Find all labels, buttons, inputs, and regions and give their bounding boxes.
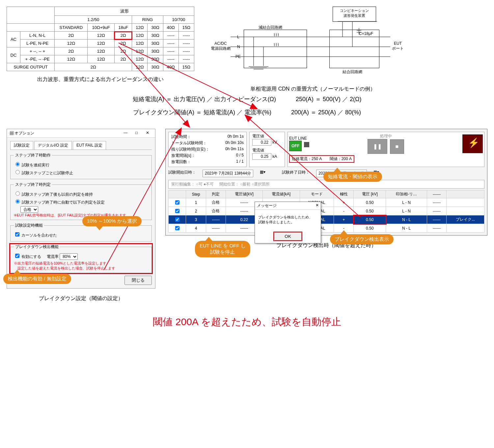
processing-label: 処理中 [313, 133, 459, 139]
tab-test-settings[interactable]: 試験設定 [10, 141, 33, 150]
eut-line-title: EUT LINE [289, 136, 309, 141]
options-caption: ブレイクダウン設定（閾値の設定） [7, 295, 155, 302]
minimize-icon[interactable]: — [121, 130, 130, 135]
message-dialog: メッセージ ✕ ブレイクダウンを検出したため、 試験を停止しました。 OK [255, 202, 321, 243]
msg-ok-button[interactable]: OK [274, 232, 301, 240]
current-value: 0.25 [252, 153, 271, 160]
radio-stop-each[interactable] [15, 170, 20, 174]
tab-digital-io[interactable]: デジタルI/O 設定 [34, 141, 71, 150]
stop-button[interactable]: ■ [390, 139, 404, 154]
step-table: Step判定電圧値[kV]電流値[kA]モード極性電圧 [kV]印加相-リ…--… [168, 190, 484, 233]
cursor-checkbox[interactable] [15, 232, 19, 237]
breakdown-enable-checkbox[interactable] [15, 254, 19, 258]
radio-auto-judgement[interactable] [15, 199, 20, 204]
impedance-table: 波形 1.2/50 RING 10/700 STANDARD 10Ω+9uF 1… [7, 7, 194, 71]
callout-enable-toggle: 検出機能の有効 / 無効設定 [3, 274, 71, 284]
voltage-value: 0.22 [252, 139, 271, 146]
callout-eut-off: EUT LINE を OFF し 試験を停止 [195, 241, 250, 257]
short-circuit-info: 短絡電流：250 A 閾値：200 A [289, 155, 354, 163]
breakdown-fieldset: ブレイクダウン検出機能 有効にする 電流率 80% ※出力電圧の短絡電流を100… [10, 244, 152, 273]
options-dialog: ▦ オプション — □ ✕ 試験設定 デジタルI/O 設定 EUT FAIL 設… [7, 129, 155, 289]
formulas: 短絡電流(A) ＝ 出力電圧(V) ／ 出力インピーダンス(Ω) 250(A) … [7, 93, 487, 119]
judgement-select[interactable]: 合格 [20, 206, 38, 213]
table-header-wave: 波形 [55, 7, 194, 16]
impedance-caption: 出力波形、重畳方式による出力インピーダンスの違い [7, 76, 194, 83]
msg-close-icon[interactable]: ✕ [316, 203, 319, 209]
svg-text:⌇⌇⌇: ⌇⌇⌇ [273, 42, 279, 47]
callout-breakdown-display: ブレイクダウン検出表示 [330, 234, 394, 244]
close-icon[interactable]: ✕ [143, 130, 152, 135]
circuit-diagram: コンビネーション 波形発生装置 減結合回路網 C=18μF AC/DC 電源回路… [207, 7, 487, 79]
dialog-title: オプション [14, 131, 34, 135]
callout-rate-range: 10% ～100% から選択 [82, 216, 142, 226]
tab-eut-fail[interactable]: EUT FAIL 設定 [73, 141, 106, 150]
svg-text:⌇⌇⌇: ⌇⌇⌇ [273, 33, 279, 37]
maximize-icon[interactable]: □ [132, 130, 142, 135]
close-button[interactable]: 閉じる [124, 276, 152, 285]
eut-indicator [304, 142, 309, 147]
final-message: 閾値 200A を超えたため、試験を自動停止 [7, 315, 487, 329]
radio-continuous[interactable] [15, 162, 20, 166]
callout-sc-display: 短絡電流・閾値の表示 [323, 172, 382, 182]
eut-off-button[interactable]: OFF [289, 141, 302, 151]
warning-icon [462, 134, 483, 153]
main-test-panel: 試験時間：0h 0m 1s トータル試験時間：0h 0m 10s 残り試験時間(… [165, 129, 487, 236]
start-date: 2023年 7月28日 13時44分 [203, 170, 253, 177]
radio-keep-judgement[interactable] [15, 191, 20, 196]
current-rate-select[interactable]: 80% [60, 253, 78, 260]
pause-button[interactable]: ❚❚ [368, 139, 387, 154]
